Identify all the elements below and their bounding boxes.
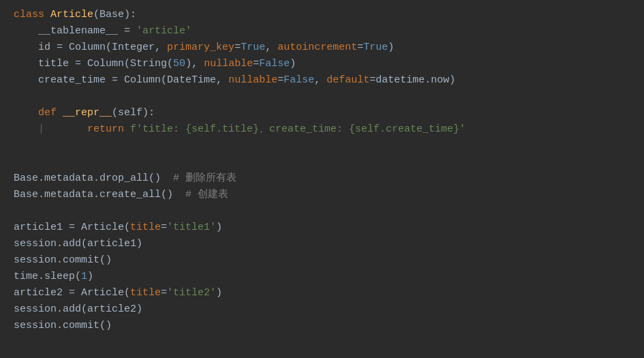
code-token: Base [99, 7, 124, 23]
code-token: Column [124, 72, 161, 89]
code-token: 50 [173, 56, 185, 72]
code-token: String [130, 56, 167, 72]
code-token: __repr__ [63, 105, 112, 121]
code-token: = [369, 72, 375, 89]
code-token: 'title2' [167, 285, 216, 301]
code-token: __tablename__ [38, 23, 118, 40]
code-token: DateTime [167, 72, 216, 89]
code-token: ): [124, 7, 136, 23]
code-token: = [161, 285, 167, 301]
code-line: session.add(article1) [14, 236, 630, 252]
code-line: article1 = Article(title='title1') [14, 220, 630, 236]
code-token: ( [81, 236, 87, 252]
code-token: Article [81, 285, 124, 301]
code-token: primary_key [167, 40, 234, 56]
code-token: nullable [228, 72, 277, 89]
code-token: article1 [87, 236, 136, 252]
code-token: ) [290, 56, 296, 72]
code-token: ( [75, 269, 81, 285]
code-editor: class Article(Base): __tablename__ = 'ar… [0, 0, 644, 358]
code-token: ) [449, 72, 455, 89]
code-token: Base.metadata.drop_all [14, 170, 149, 187]
code-token: session.commit [14, 252, 99, 269]
code-line: def __repr__(self): [14, 105, 630, 121]
code-token: , [216, 72, 228, 89]
code-line: title = Column(String(50), nullable=Fals… [14, 56, 630, 72]
code-token: session.add [14, 236, 81, 252]
code-token: 1 [81, 269, 87, 285]
code-token: title [130, 220, 161, 236]
code-token: = [106, 72, 124, 89]
code-token: ) [136, 301, 142, 318]
code-content: class Article(Base): __tablename__ = 'ar… [14, 7, 630, 334]
code-token: () [99, 318, 112, 334]
code-line [14, 138, 630, 154]
code-token: ) [136, 236, 142, 252]
code-token: , [155, 40, 167, 56]
code-token: title [130, 285, 161, 301]
code-line: create_time = Column(DateTime, nullable=… [14, 72, 630, 89]
code-line [14, 89, 630, 105]
code-token: ( [93, 7, 99, 23]
code-token: = [234, 40, 241, 56]
code-token: nullable [204, 56, 253, 72]
code-token: ) [87, 269, 93, 285]
code-token: ( [112, 105, 118, 121]
code-token: = [69, 56, 87, 72]
code-line [14, 203, 630, 220]
code-token: () [99, 252, 112, 269]
code-token: time.sleep [14, 269, 75, 285]
code-token: () [161, 187, 173, 203]
code-token: create_time [38, 72, 106, 89]
code-token: Article [50, 7, 93, 23]
code-token: ( [124, 56, 130, 72]
code-token: = [253, 56, 259, 72]
code-token: , [191, 56, 204, 72]
code-token: ( [81, 301, 87, 318]
code-token: # [173, 187, 198, 203]
code-token: article2 [87, 301, 136, 318]
code-token: session.add [14, 301, 81, 318]
code-token: class [14, 7, 50, 23]
code-token: Integer [112, 40, 155, 56]
code-token: = [357, 40, 363, 56]
code-token: default [326, 72, 369, 89]
code-token: ) [216, 220, 222, 236]
code-line: article2 = Article(title='title2') [14, 285, 630, 301]
code-token: f'title: {self.title}、create_time: {self… [130, 121, 465, 138]
code-line: session.commit() [14, 318, 630, 334]
code-token: = [277, 72, 283, 89]
code-token: = [63, 285, 81, 301]
code-token: # [161, 170, 185, 187]
code-token: ) [185, 56, 191, 72]
code-token: 删除所有表 [185, 170, 236, 187]
code-token: article2 [14, 285, 63, 301]
code-line: id = Column(Integer, primary_key=True, a… [14, 40, 630, 56]
code-token: 创建表 [198, 187, 228, 203]
code-line [14, 154, 630, 170]
code-token: ) [216, 285, 222, 301]
code-line: Base.metadata.drop_all() # 删除所有表 [14, 170, 630, 187]
code-token: Base.metadata.create_all [14, 187, 161, 203]
code-token: True [241, 40, 265, 56]
code-token: autoincrement [277, 40, 357, 56]
code-line: class Article(Base): [14, 7, 630, 23]
code-token: ): [142, 105, 155, 121]
code-token: = [161, 220, 167, 236]
code-line: | return f'title: {self.title}、create_ti… [14, 121, 630, 138]
code-token: ( [106, 40, 112, 56]
code-token: ( [161, 72, 167, 89]
code-line: time.sleep(1) [14, 269, 630, 285]
code-line: __tablename__ = 'article' [14, 23, 630, 40]
code-token: ) [388, 40, 394, 56]
code-token: 'title1' [167, 220, 216, 236]
code-token: = [50, 40, 69, 56]
code-token: , [265, 40, 277, 56]
code-token: def [38, 105, 63, 121]
code-token: False [283, 72, 314, 89]
code-token: self [118, 105, 142, 121]
code-token: Column [87, 56, 124, 72]
code-token: ( [167, 56, 173, 72]
code-token: 'article' [136, 23, 191, 40]
code-token: Column [69, 40, 106, 56]
